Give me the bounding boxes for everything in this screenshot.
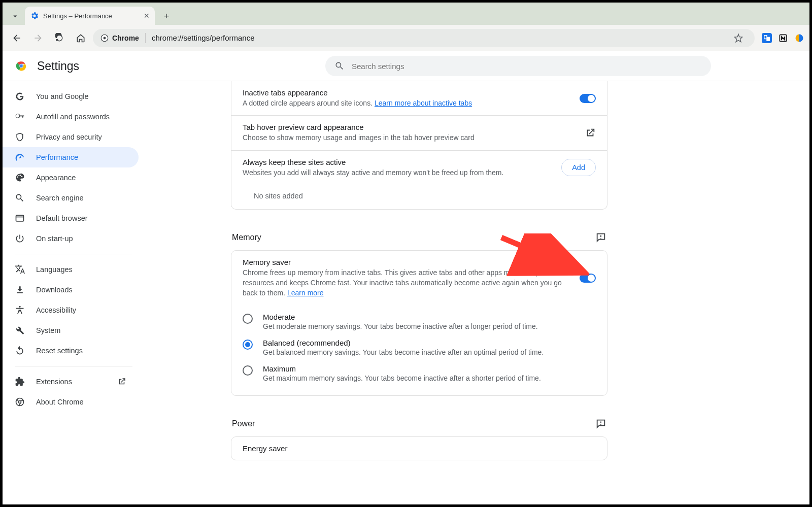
speedometer-icon	[15, 152, 25, 162]
swirl-icon	[794, 33, 804, 43]
sidebar-item-you-and-google[interactable]: You and Google	[3, 86, 139, 107]
tab-title: Settings – Performance	[43, 12, 112, 20]
gear-icon	[30, 11, 39, 20]
sidebar-item-label: On start-up	[36, 234, 73, 243]
download-icon	[15, 285, 25, 295]
radio-subtitle: Get moderate memory savings. Your tabs b…	[263, 322, 538, 330]
sidebar-item-about-chrome[interactable]: About Chrome	[3, 392, 139, 412]
sidebar-item-autofill[interactable]: Autofill and passwords	[3, 107, 139, 127]
palette-icon	[15, 173, 25, 183]
sidebar-item-default-browser[interactable]: Default browser	[3, 208, 139, 228]
address-bar[interactable]: Chrome chrome://settings/performance	[93, 29, 755, 47]
new-tab-button[interactable]: +	[158, 8, 175, 25]
radio-icon	[243, 365, 253, 376]
sidebar-item-privacy[interactable]: Privacy and security	[3, 127, 139, 147]
radio-subtitle: Get balanced memory savings. Your tabs b…	[263, 348, 544, 356]
settings-search-input[interactable]	[351, 61, 702, 71]
arrow-left-icon	[12, 33, 22, 43]
toolbar-right-icons	[762, 33, 804, 43]
sidebar-item-reset[interactable]: Reset settings	[3, 341, 139, 361]
svg-point-1	[104, 37, 106, 39]
bookmark-button[interactable]	[729, 29, 748, 47]
sidebar-item-languages[interactable]: Languages	[3, 259, 139, 280]
reset-icon	[15, 346, 25, 356]
google-g-icon	[15, 91, 25, 102]
site-chip-label: Chrome	[112, 34, 139, 42]
translate-icon	[762, 33, 771, 43]
sidebar-item-label: Languages	[36, 265, 73, 274]
search-icon	[334, 61, 345, 71]
toggle-inactive-tabs[interactable]	[580, 94, 596, 103]
extension-icon-2[interactable]	[778, 33, 788, 43]
home-button[interactable]	[72, 29, 90, 47]
extension-icon-3[interactable]	[794, 33, 804, 43]
reload-button[interactable]	[50, 29, 69, 47]
chevron-down-icon	[11, 12, 20, 21]
section-header-memory: Memory	[231, 222, 607, 250]
radio-title: Moderate	[263, 313, 538, 321]
puzzle-icon	[15, 377, 25, 387]
open-in-new-icon	[585, 127, 596, 139]
performance-card-tabs: Inactive tabs appearance A dotted circle…	[231, 81, 607, 210]
setting-row-keep-active: Always keep these sites active Websites …	[231, 150, 607, 185]
svg-point-12	[600, 238, 601, 239]
sidebar-item-search-engine[interactable]: Search engine	[3, 188, 139, 208]
sidebar-item-system[interactable]: System	[3, 320, 139, 341]
translate-icon	[15, 264, 25, 275]
settings-sidebar: You and Google Autofill and passwords Pr…	[3, 81, 145, 504]
url-text: chrome://settings/performance	[152, 33, 255, 42]
setting-row-hover-preview[interactable]: Tab hover preview card appearance Choose…	[231, 115, 607, 150]
tab-search-button[interactable]	[7, 8, 24, 25]
learn-more-link[interactable]: Learn more	[287, 289, 324, 297]
section-title: Memory	[232, 233, 261, 242]
tab-close-button[interactable]: ✕	[144, 12, 150, 20]
browser-tab[interactable]: Settings – Performance ✕	[25, 7, 155, 25]
sidebar-item-downloads[interactable]: Downloads	[3, 280, 139, 300]
toggle-memory-saver[interactable]	[580, 274, 596, 283]
radio-balanced[interactable]: Balanced (recommended)Get balanced memor…	[231, 334, 607, 360]
setting-row-inactive-tabs: Inactive tabs appearance A dotted circle…	[231, 81, 607, 115]
radio-moderate[interactable]: ModerateGet moderate memory savings. You…	[231, 309, 607, 334]
sidebar-item-label: Reset settings	[36, 347, 83, 355]
site-chip[interactable]: Chrome	[100, 33, 147, 43]
sidebar-item-label: Extensions	[36, 378, 72, 386]
sidebar-item-label: About Chrome	[36, 398, 84, 406]
empty-sites-text: No sites added	[231, 185, 607, 209]
radio-title: Maximum	[263, 364, 541, 373]
wrench-icon	[15, 325, 25, 335]
setting-row-energy-saver: Energy saver	[231, 437, 607, 460]
radio-maximum[interactable]: MaximumGet maximum memory savings. Your …	[231, 360, 607, 386]
open-in-new-icon	[117, 377, 126, 386]
sidebar-item-performance[interactable]: Performance	[3, 147, 139, 167]
radio-icon	[243, 340, 253, 350]
sidebar-item-on-startup[interactable]: On start-up	[3, 228, 139, 249]
sidebar-item-label: Search engine	[36, 194, 84, 202]
sidebar-item-label: Downloads	[36, 286, 73, 294]
sidebar-item-label: Accessibility	[36, 306, 76, 314]
arrow-right-icon	[33, 33, 43, 43]
svg-point-8	[19, 306, 20, 308]
notion-icon	[778, 33, 788, 43]
feedback-icon[interactable]	[595, 418, 606, 429]
extension-icon-1[interactable]	[762, 33, 772, 43]
svg-point-14	[600, 424, 601, 425]
sidebar-item-label: You and Google	[36, 92, 88, 100]
window-tabstrip: Settings – Performance ✕ +	[3, 3, 809, 25]
memory-saver-card: Memory saver Chrome frees up memory from…	[231, 250, 607, 396]
setting-title: Always keep these sites active	[243, 158, 553, 166]
chrome-outline-icon	[15, 397, 25, 407]
browser-icon	[15, 213, 25, 223]
section-header-power: Power	[231, 408, 607, 436]
sidebar-item-appearance[interactable]: Appearance	[3, 167, 139, 188]
settings-search[interactable]	[325, 56, 711, 76]
learn-more-link[interactable]: Learn more about inactive tabs	[375, 99, 472, 107]
setting-title: Tab hover preview card appearance	[243, 123, 577, 131]
feedback-icon[interactable]	[595, 232, 606, 243]
sidebar-item-accessibility[interactable]: Accessibility	[3, 300, 139, 320]
sidebar-item-extensions[interactable]: Extensions	[3, 371, 139, 392]
forward-button[interactable]	[29, 29, 47, 47]
setting-title: Energy saver	[243, 444, 596, 453]
back-button[interactable]	[8, 29, 26, 47]
add-site-button[interactable]: Add	[561, 159, 596, 176]
svg-rect-6	[16, 215, 24, 221]
